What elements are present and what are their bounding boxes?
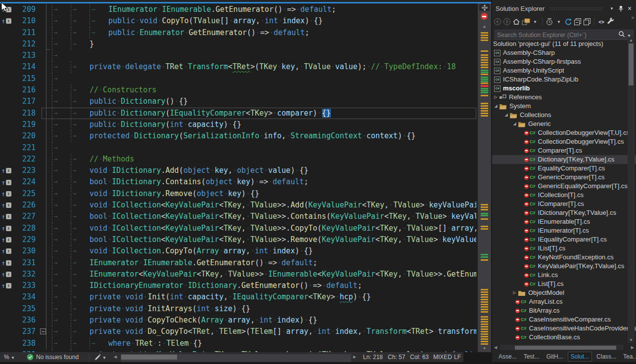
collapse-all-icon[interactable] xyxy=(573,18,582,26)
tree-item[interactable]: ◢Generic xyxy=(492,120,636,128)
chevron-collapsed-icon[interactable]: ▷ xyxy=(493,93,499,102)
collapse-box[interactable]: − xyxy=(40,328,46,334)
scroll-down-arrow[interactable]: ▼ xyxy=(628,338,635,342)
glyph-margin[interactable] xyxy=(0,96,15,107)
code-line[interactable]: 211→→→public·Enumerator·GetEnumerator()·… xyxy=(0,27,476,39)
search-icon[interactable] xyxy=(618,31,625,39)
tree-item[interactable]: C#Assembly-CSharp-firstpass xyxy=(492,57,636,66)
line-number[interactable]: 221 xyxy=(15,142,36,154)
code-line[interactable]: ↑I224→→bool·IDictionary.Contains(object·… xyxy=(0,176,476,188)
code-line[interactable]: 234→→private·void·Init(int·capacity,·IEq… xyxy=(0,291,476,303)
refresh-icon[interactable] xyxy=(564,18,573,26)
line-number[interactable]: 234 xyxy=(15,291,36,303)
code-line[interactable]: ↑I230→→void·ICollection.CopyTo(Array·arr… xyxy=(0,245,476,257)
scroll-up-arrow[interactable]: ▲ xyxy=(478,24,491,29)
tree-item[interactable]: C#KeyValuePair[TKey,TValue].cs xyxy=(492,262,636,271)
outlining-margin[interactable] xyxy=(36,303,52,315)
code-line[interactable]: ↑I225→→void·IDictionary.Remove(object·ke… xyxy=(0,188,476,200)
glyph-margin[interactable]: ↑I xyxy=(0,176,15,188)
code-line[interactable]: 236→→private·void·CopyToCheck(Array·arra… xyxy=(0,315,476,326)
tree-item[interactable]: C#IEqualityComparer[T].cs xyxy=(492,235,636,244)
hscroll-right-arrow[interactable]: ▶ xyxy=(353,352,356,362)
glyph-margin[interactable] xyxy=(0,73,15,84)
glyph-margin[interactable] xyxy=(0,39,15,50)
tree-item[interactable]: C#GenericEqualityComparer[T].cs xyxy=(492,182,636,191)
tree-item[interactable]: C#BitArray.cs xyxy=(492,306,636,315)
glyph-margin[interactable]: ↑I xyxy=(0,188,15,200)
code-line[interactable]: ↑I223→→void·IDictionary.Add(object·key,·… xyxy=(0,165,476,176)
window-position-chevron-icon[interactable]: ▼ xyxy=(607,4,616,12)
outlining-margin[interactable] xyxy=(36,338,52,349)
chevron-collapsed-icon[interactable]: ▷ xyxy=(511,288,518,297)
line-number[interactable]: 216 xyxy=(15,84,36,96)
tree-item[interactable]: ◢System xyxy=(492,102,636,111)
tree-item[interactable]: C#CaseInsensitiveComparer.cs xyxy=(492,315,636,324)
tree-item[interactable]: C#ArrayList.cs xyxy=(492,297,636,306)
tree-item[interactable]: C#IEnumerable[T].cs xyxy=(492,217,636,226)
panel-tab-solut[interactable]: Solut... xyxy=(568,352,592,362)
outlining-margin[interactable] xyxy=(36,291,52,303)
outlining-margin[interactable] xyxy=(36,211,52,222)
code-line[interactable]: ↑I233→→IDictionaryEnumerator·IDictionary… xyxy=(0,280,476,291)
glyph-margin[interactable]: ↑I xyxy=(0,15,15,27)
code-line[interactable]: 213→ xyxy=(0,50,476,61)
view-code-icon[interactable]: <> xyxy=(597,18,606,26)
hscroll-thumb[interactable] xyxy=(121,355,177,360)
line-number[interactable]: 230 xyxy=(15,245,36,257)
tree-item[interactable]: C#IList[T].cs xyxy=(492,244,636,253)
tree-item[interactable]: C#IDictionary[TKey,TValue].cs xyxy=(492,208,636,217)
glyph-margin[interactable] xyxy=(0,130,15,142)
line-number[interactable]: 236 xyxy=(15,315,36,326)
line-number[interactable]: 232 xyxy=(15,269,36,280)
tree-item[interactable]: C#KeyNotFoundException.cs xyxy=(492,253,636,262)
panel-tab-asse[interactable]: Asse... xyxy=(496,352,519,361)
glyph-margin[interactable] xyxy=(0,315,15,326)
glyph-margin[interactable] xyxy=(0,27,15,39)
search-input[interactable]: Search Solution Explorer (Ctrl+¨) ▼ xyxy=(495,30,634,40)
code-line[interactable]: ↑I228→→void·ICollection<KeyValuePair<TKe… xyxy=(0,223,476,234)
line-number[interactable]: 213 xyxy=(15,50,36,61)
glyph-margin[interactable] xyxy=(0,50,15,61)
tree-item[interactable]: C#GenericComparer[T].cs xyxy=(492,173,636,182)
line-number[interactable]: 237 xyxy=(15,326,36,337)
tree-item[interactable]: C#ICSharpCode.SharpZipLib xyxy=(492,75,636,84)
tree-item[interactable]: C#EqualityComparer[T].cs xyxy=(492,164,636,173)
tree-item[interactable]: C#mscorlib xyxy=(492,84,636,93)
editor-vertical-scrollbar[interactable]: ▲ ▼ xyxy=(478,3,491,352)
outlining-margin[interactable] xyxy=(36,200,52,211)
hscroll-left-arrow[interactable]: ◀ xyxy=(114,352,117,362)
outlining-margin[interactable] xyxy=(36,154,52,165)
glyph-margin[interactable] xyxy=(0,108,15,119)
glyph-margin[interactable]: ↑I xyxy=(0,257,15,269)
line-number[interactable]: 226 xyxy=(15,200,36,211)
tree-item[interactable]: C#CollectionDebuggerView[T,U].cs xyxy=(492,128,636,137)
tree-item[interactable]: Solution 'project-gui' (11 of 11 project… xyxy=(492,40,636,48)
line-number[interactable]: 227 xyxy=(15,211,36,222)
line-number[interactable]: 215 xyxy=(15,73,36,84)
outlining-margin[interactable] xyxy=(36,245,52,257)
tree-item[interactable]: C#IEnumerator[T].cs xyxy=(492,226,636,235)
glyph-margin[interactable] xyxy=(0,84,15,96)
tree-item[interactable]: C#IComparer[T].cs xyxy=(492,200,636,208)
glyph-margin[interactable]: ↑I xyxy=(0,223,15,234)
code-line[interactable]: 219→→public·Dictionary(int·capacity)·{} xyxy=(0,119,476,130)
glyph-margin[interactable]: ↑I xyxy=(0,245,15,257)
outlining-margin[interactable] xyxy=(36,130,52,142)
outlining-margin[interactable] xyxy=(36,176,52,188)
scroll-down-arrow[interactable]: ▼ xyxy=(478,346,491,351)
close-icon[interactable]: × xyxy=(625,4,634,12)
line-number[interactable]: 218 xyxy=(15,108,36,119)
outlining-margin[interactable] xyxy=(36,73,52,84)
panel-tab-gith[interactable]: GitH... xyxy=(544,352,566,361)
glyph-margin[interactable] xyxy=(0,338,15,349)
tree-item[interactable]: ◢Collections xyxy=(492,111,636,120)
code-line[interactable]: ↑I229→→bool·ICollection<KeyValuePair<TKe… xyxy=(0,234,476,245)
outlining-margin[interactable] xyxy=(36,223,52,234)
line-number[interactable]: 231 xyxy=(15,257,36,269)
line-number[interactable]: 235 xyxy=(15,303,36,315)
outlining-margin[interactable] xyxy=(36,280,52,291)
code-line[interactable]: 212→→} xyxy=(0,39,476,50)
line-number[interactable]: 220 xyxy=(15,130,36,142)
code-line[interactable]: ↑I209→→→IEnumerator·IEnumerable.GetEnume… xyxy=(0,4,476,15)
outlining-margin[interactable] xyxy=(36,108,52,119)
